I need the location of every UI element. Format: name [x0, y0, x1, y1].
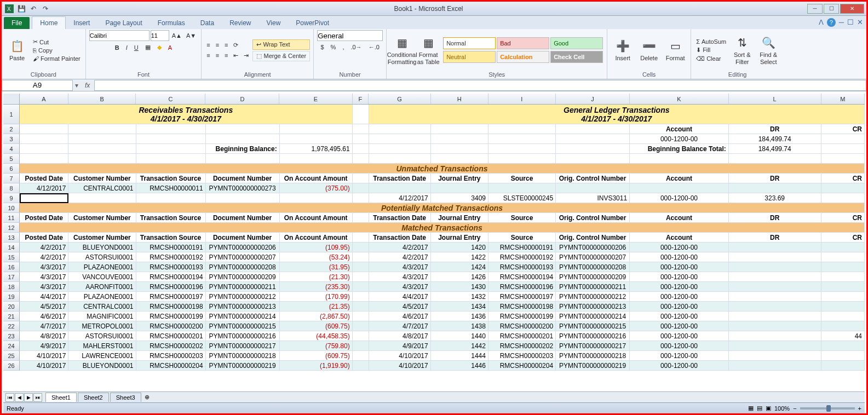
cell[interactable]: Orig. Control Number: [556, 233, 630, 243]
cell[interactable]: [729, 341, 821, 351]
maximize-button[interactable]: ☐: [824, 4, 839, 14]
cell[interactable]: [353, 302, 369, 312]
cell[interactable]: RMCSH00000199: [136, 312, 206, 321]
tab-data[interactable]: Data: [193, 17, 222, 29]
cell[interactable]: PYMNT000000000206: [556, 243, 630, 252]
cell[interactable]: 4/4/2017: [20, 292, 68, 302]
cell[interactable]: [431, 134, 488, 144]
cell[interactable]: (21.35): [280, 302, 353, 312]
cell[interactable]: [353, 282, 369, 292]
cell[interactable]: PYMNT000000000214: [206, 312, 280, 321]
cell[interactable]: RMCSH00000197: [136, 292, 206, 302]
col-A[interactable]: A: [20, 94, 68, 104]
cell[interactable]: 4/10/2017: [369, 361, 431, 371]
cell[interactable]: (609.75): [280, 351, 353, 361]
col-J[interactable]: J: [556, 94, 630, 104]
font-name-select[interactable]: [89, 30, 150, 41]
currency-icon[interactable]: $: [319, 43, 325, 51]
cell[interactable]: RMCSH00000200: [136, 321, 206, 331]
cell[interactable]: AARONFIT0001: [68, 282, 136, 292]
cell[interactable]: Document Number: [206, 213, 280, 223]
clear-button[interactable]: ⌫Clear: [694, 55, 728, 63]
italic-button[interactable]: I: [124, 43, 129, 51]
view-break-icon[interactable]: ▣: [766, 405, 771, 412]
font-color-button[interactable]: A: [166, 43, 174, 51]
cell[interactable]: MAGNIFIC0001: [68, 312, 136, 321]
cell[interactable]: [136, 154, 206, 164]
cell[interactable]: CR: [821, 233, 865, 243]
cell[interactable]: [206, 154, 280, 164]
bold-button[interactable]: B: [113, 43, 121, 51]
col-D[interactable]: D: [205, 94, 279, 104]
cell[interactable]: [369, 183, 431, 193]
col-K[interactable]: K: [630, 94, 729, 104]
cell[interactable]: RMCSH00000196: [488, 282, 556, 292]
cell[interactable]: CENTRALC0001: [68, 183, 136, 193]
cell[interactable]: (235.30): [280, 282, 353, 292]
undo-icon[interactable]: ↶: [28, 3, 39, 14]
cell[interactable]: SLSTE00000245: [488, 193, 556, 203]
tab-view[interactable]: View: [259, 17, 289, 29]
cell[interactable]: [821, 351, 865, 361]
cell[interactable]: [353, 144, 369, 154]
cell[interactable]: [353, 183, 369, 193]
cell[interactable]: RMCSH00000191: [488, 243, 556, 252]
cell[interactable]: 4/3/2017: [20, 282, 68, 292]
cell[interactable]: RMCSH00000191: [136, 243, 206, 252]
cell[interactable]: Posted Date: [20, 233, 68, 243]
cell[interactable]: [729, 361, 821, 371]
align-right-icon[interactable]: ≡: [223, 51, 229, 60]
cell[interactable]: [821, 341, 865, 351]
cell[interactable]: 000-1200-00: [630, 272, 729, 282]
cell[interactable]: PYMNT000000000216: [556, 331, 630, 341]
cell[interactable]: [280, 124, 353, 134]
cell[interactable]: (109.95): [280, 243, 353, 252]
cell[interactable]: [729, 262, 821, 272]
row-header[interactable]: 19: [3, 292, 20, 302]
cell[interactable]: Posted Date: [20, 174, 68, 183]
cell[interactable]: [729, 183, 821, 193]
cell[interactable]: 4/10/2017: [20, 351, 68, 361]
align-bottom-icon[interactable]: ≡: [223, 41, 229, 49]
indent-inc-icon[interactable]: ⇥: [242, 51, 250, 60]
cell[interactable]: DR: [729, 213, 821, 223]
cell[interactable]: PYMNT000000000207: [556, 252, 630, 262]
cell[interactable]: PYMNT000000000212: [206, 292, 280, 302]
shrink-font-icon[interactable]: A▼: [185, 32, 198, 39]
cell[interactable]: [821, 282, 865, 292]
cell[interactable]: [68, 154, 136, 164]
cell[interactable]: 4/3/2017: [20, 272, 68, 282]
cell[interactable]: [353, 331, 369, 341]
cell[interactable]: ASTORSUI0001: [68, 252, 136, 262]
cell[interactable]: [136, 193, 206, 203]
cell[interactable]: Account: [630, 233, 729, 243]
cell[interactable]: [729, 312, 821, 321]
tab-powerpivot[interactable]: PowerPivot: [288, 17, 337, 29]
cell[interactable]: PYMNT000000000214: [556, 312, 630, 321]
row-header[interactable]: 13: [3, 233, 20, 243]
row-header[interactable]: 14: [3, 243, 20, 252]
cell[interactable]: 184,499.74: [729, 134, 821, 144]
cell[interactable]: 1444: [431, 351, 488, 361]
cell[interactable]: RMCSH00000202: [136, 341, 206, 351]
cell[interactable]: [488, 144, 556, 154]
view-layout-icon[interactable]: ▤: [757, 405, 762, 412]
redo-icon[interactable]: ↷: [40, 3, 51, 14]
cell[interactable]: [630, 183, 729, 193]
cell[interactable]: 000-1200-00: [630, 243, 729, 252]
cell[interactable]: Transaction Source: [136, 174, 206, 183]
cell[interactable]: [556, 124, 630, 134]
namebox-dropdown-icon[interactable]: ▾: [73, 82, 81, 89]
cell[interactable]: Customer Number: [68, 213, 136, 223]
fill-button[interactable]: ⬇Fill: [694, 46, 728, 54]
window-close-icon[interactable]: ✕: [857, 18, 863, 27]
window-restore-icon[interactable]: ☐: [847, 18, 854, 27]
cell[interactable]: [353, 321, 369, 331]
cell[interactable]: On Account Amount: [280, 174, 353, 183]
cell[interactable]: INVS3011: [556, 193, 630, 203]
cell[interactable]: 000-1200-00: [630, 331, 729, 341]
cell[interactable]: [353, 233, 369, 243]
cell[interactable]: [353, 262, 369, 272]
cell[interactable]: 4/8/2017: [369, 331, 431, 341]
cell[interactable]: 000-1200-00: [630, 282, 729, 292]
